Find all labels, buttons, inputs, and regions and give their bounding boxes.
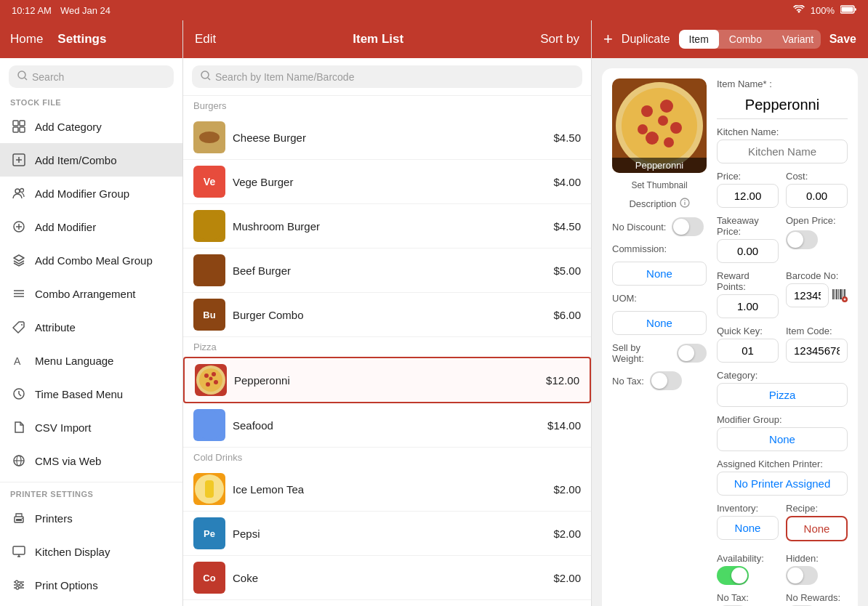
sidebar-header: Home Settings <box>0 20 182 58</box>
recipe-button[interactable]: None <box>786 516 848 541</box>
hidden-toggle[interactable] <box>786 566 818 585</box>
sidebar-item-add-category[interactable]: Add Category <box>0 110 182 143</box>
svg-point-60 <box>660 100 673 113</box>
takeaway-price-input[interactable] <box>717 239 779 263</box>
item-name: Cheese Burger <box>233 132 546 144</box>
sidebar-search-box[interactable]: Search <box>9 65 174 88</box>
list-item[interactable]: Pe Pepsi $2.00 <box>183 512 591 556</box>
list-item[interactable]: Ice Lemon Tea $2.00 <box>183 467 591 512</box>
svg-rect-28 <box>16 519 22 521</box>
modifier-group-block: Modifier Group: None <box>717 414 848 451</box>
item-thumbnail <box>195 364 227 396</box>
sidebar-item-add-item-combo[interactable]: Add Item/Combo <box>0 143 182 177</box>
edit-button[interactable]: Edit <box>195 32 216 47</box>
item-code-input[interactable] <box>786 339 848 363</box>
list-item-pepperonni[interactable]: Pepperonni $12.00 <box>183 357 591 403</box>
sidebar-item-combo-arrangement[interactable]: Combo Arrangement <box>0 277 182 310</box>
open-price-toggle[interactable] <box>786 230 818 249</box>
status-time: 10:12 AM <box>12 5 52 16</box>
reward-points-input[interactable] <box>717 294 779 318</box>
list-item[interactable]: Op Open Drink $2.00 <box>183 600 591 606</box>
sidebar-item-add-combo-meal-group[interactable]: Add Combo Meal Group <box>0 243 182 277</box>
inventory-recipe-row: Inventory: None Recipe: None <box>717 503 848 549</box>
save-button[interactable]: Save <box>829 33 856 46</box>
quick-key-label: Quick Key: <box>717 326 779 336</box>
no-rewards-block: No Rewards: <box>786 592 848 606</box>
commission-button[interactable]: None <box>612 262 707 286</box>
price-input[interactable] <box>717 184 779 208</box>
availability-hidden-row: Availability: Hidden: <box>717 553 848 585</box>
sidebar-item-add-modifier[interactable]: Add Modifier <box>0 210 182 243</box>
modifier-group-label: Modifier Group: <box>717 414 848 425</box>
kitchen-name-input[interactable] <box>717 140 848 163</box>
uom-button[interactable]: None <box>612 311 707 335</box>
cost-input[interactable] <box>786 184 848 208</box>
items-scroll-area[interactable]: Burgers Cheese Burger $4.50 Ve Vege Burg… <box>183 96 591 606</box>
sidebar-item-label: Combo Arrangement <box>35 288 135 300</box>
sidebar-item-add-modifier-group[interactable]: Add Modifier Group <box>0 177 182 210</box>
barcode-input[interactable] <box>786 283 829 307</box>
list-item[interactable]: Seafood $14.00 <box>183 403 591 448</box>
commission-label: Commission: <box>612 243 667 254</box>
sidebar-item-printers[interactable]: Printers <box>0 501 182 535</box>
home-link[interactable]: Home <box>10 32 43 47</box>
uom-label: UOM: <box>612 293 637 304</box>
sidebar-item-label: CSV Import <box>35 421 92 434</box>
sort-by-button[interactable]: Sort by <box>540 32 579 47</box>
category-button[interactable]: Pizza <box>717 383 848 407</box>
item-thumbnail: Pe <box>193 517 225 549</box>
tab-item[interactable]: Item <box>679 30 719 49</box>
sidebar-item-attribute[interactable]: Attribute <box>0 310 182 344</box>
list-item[interactable]: Cheese Burger $4.50 <box>183 116 591 160</box>
list-item[interactable]: Ve Vege Burger $4.00 <box>183 160 591 204</box>
kitchen-printer-button[interactable]: No Printer Assigned <box>717 472 848 496</box>
quick-key-input[interactable] <box>717 339 779 363</box>
sidebar-item-print-options[interactable]: Print Options <box>0 568 182 602</box>
no-rewards-label: No Rewards: <box>786 592 848 603</box>
cost-label: Cost: <box>786 171 848 182</box>
list-item[interactable]: Beef Burger $5.00 <box>183 249 591 293</box>
list-item[interactable]: Mushroom Burger $4.50 <box>183 204 591 249</box>
sidebar-item-label: Add Modifier <box>35 221 96 233</box>
add-button[interactable]: + <box>603 30 613 49</box>
svg-rect-72 <box>838 289 839 299</box>
item-name-block: Item Name* : <box>717 78 848 119</box>
svg-point-38 <box>16 586 19 589</box>
svg-point-65 <box>664 137 674 148</box>
sidebar-item-csv-import[interactable]: CSV Import <box>0 411 182 444</box>
no-tax-toggle[interactable] <box>650 371 682 390</box>
sell-by-weight-toggle[interactable] <box>677 344 707 363</box>
sidebar-search-placeholder: Search <box>32 71 64 83</box>
sidebar-item-time-based-menu[interactable]: Time Based Menu <box>0 377 182 411</box>
list-item[interactable]: Bu Burger Combo $6.00 <box>183 293 591 337</box>
svg-point-63 <box>658 116 668 126</box>
status-date: Wed Jan 24 <box>60 5 110 16</box>
svg-point-59 <box>641 105 653 117</box>
sidebar-item-label: Add Item/Combo <box>35 154 117 166</box>
globe-icon <box>10 452 28 469</box>
price-block: Price: <box>717 171 779 208</box>
duplicate-button[interactable]: Duplicate <box>622 33 670 46</box>
availability-toggle[interactable] <box>717 566 749 585</box>
tab-combo[interactable]: Combo <box>719 30 772 49</box>
list-item[interactable]: Co Coke $2.00 <box>183 556 591 600</box>
barcode-scan-icon[interactable] <box>832 286 848 305</box>
modifier-group-button[interactable]: None <box>717 427 848 451</box>
sidebar-item-menu-language[interactable]: A Menu Language <box>0 344 182 377</box>
plus-circle-icon <box>10 218 28 235</box>
no-tax-label: No Tax: <box>612 376 644 387</box>
inventory-button[interactable]: None <box>717 516 779 540</box>
item-list-search-box[interactable]: Search by Item Name/Barcode <box>192 65 582 88</box>
set-thumbnail-label[interactable]: Set Thumbnail <box>631 180 687 190</box>
monitor-icon <box>10 543 28 560</box>
sidebar-item-cms-via-web[interactable]: CMS via Web <box>0 444 182 477</box>
svg-line-40 <box>208 78 210 80</box>
sidebar-item-kitchen-display[interactable]: Kitchen Display <box>0 535 182 568</box>
item-thumbnail: Co <box>193 562 225 594</box>
no-discount-toggle[interactable] <box>672 217 704 236</box>
svg-rect-4 <box>13 121 18 126</box>
tab-variant[interactable]: Variant <box>772 30 821 49</box>
settings-link[interactable]: Settings <box>57 32 106 47</box>
item-name-input[interactable] <box>717 92 848 119</box>
svg-point-29 <box>22 518 23 520</box>
